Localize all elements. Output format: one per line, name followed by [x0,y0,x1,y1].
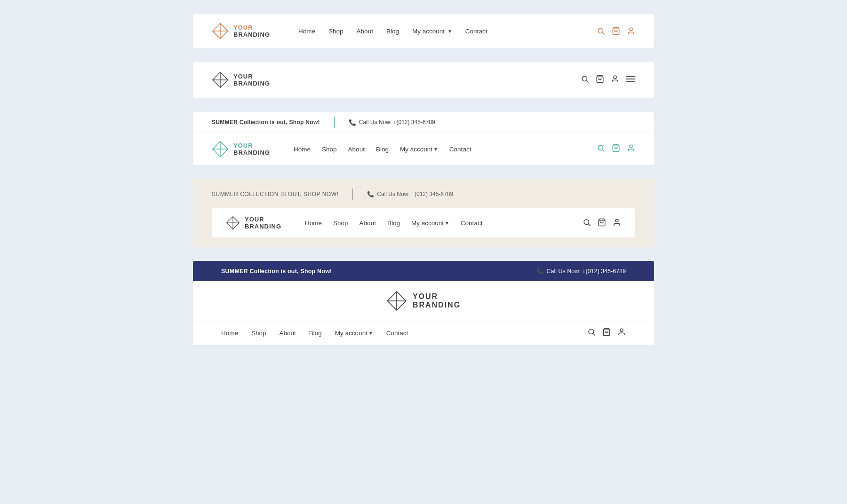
nav-home-1[interactable]: Home [298,28,315,35]
nav-home-5[interactable]: Home [221,330,238,337]
phone-4: 📞 Call Us Now: +(012) 345-6789 [367,191,453,197]
search-icon-4 [583,218,591,227]
logo-text-2: YOUR BRANDING [233,73,270,87]
navbar-4: YOUR BRANDING Home Shop About Blog My ac… [212,208,635,237]
account-button-1[interactable] [627,27,635,35]
nav-blog-3[interactable]: Blog [376,146,389,153]
phone-icon-5: 📞 [536,268,544,275]
nav-icons-3 [597,144,635,155]
nav-links-4: Home Shop About Blog My account ▼ Contac… [305,220,583,227]
cart-button-5[interactable] [602,328,611,339]
nav-wrapper-5: SUMMER Collection is out, Shop Now! 📞 Ca… [193,261,654,345]
cart-icon-5 [602,328,611,336]
nav-links-5: Home Shop About Blog My account ▼ Contac… [221,330,587,337]
svg-line-37 [593,333,595,335]
nav-contact-3[interactable]: Contact [449,146,471,153]
search-button-3[interactable] [597,144,605,155]
cart-button-3[interactable] [612,144,620,155]
cart-icon-3 [612,144,620,152]
nav-myaccount-1[interactable]: My account ▼ [412,28,452,35]
nav-contact-4[interactable]: Contact [461,220,483,227]
nav-links-3: Home Shop About Blog My account ▼ Contac… [294,146,597,153]
nav-shop-1[interactable]: Shop [328,28,344,35]
navbar-2: YOUR BRANDING [193,62,654,98]
account-button-5[interactable] [617,328,626,339]
search-button-2[interactable] [581,75,589,86]
logo-5[interactable]: YOUR BRANDING [386,291,461,311]
nav-about-3[interactable]: About [348,146,365,153]
nav-about-1[interactable]: About [357,28,373,35]
cart-button-4[interactable] [598,218,606,228]
logo-diamond-icon-3 [212,141,229,158]
nav-variant-4: SUMMER COLLECTION IS OUT, SHOP NOW! 📞 Ca… [193,179,654,247]
logo-row-5: YOUR BRANDING [193,281,654,321]
topbar-divider-3 [334,117,335,128]
menu-button-2[interactable] [626,75,635,86]
cart-button-2[interactable] [596,75,604,86]
svg-point-36 [589,329,594,334]
user-icon-1 [627,27,635,35]
nav-about-5[interactable]: About [280,330,296,337]
topbar-3: SUMMER Collection is out, Shop Now! 📞 Ca… [193,112,654,133]
nav-myaccount-4[interactable]: My account ▼ [411,220,449,227]
nav-blog-4[interactable]: Blog [387,220,400,227]
nav-shop-5[interactable]: Shop [251,330,266,337]
logo-1[interactable]: YOUR BRANDING [212,23,270,39]
svg-line-6 [602,32,604,34]
svg-point-29 [584,220,589,225]
cart-icon-1 [612,27,620,35]
navbar-5: Home Shop About Blog My account ▼ Contac… [193,321,654,345]
page-wrapper: YOUR BRANDING Home Shop About Blog My ac… [184,9,663,350]
nav-icons-2 [581,75,635,86]
logo-4[interactable]: YOUR BRANDING [226,216,281,230]
svg-point-5 [598,28,603,33]
navbar-3: YOUR BRANDING Home Shop About Blog My ac… [193,133,654,165]
promo-text-5: SUMMER Collection is out, Shop Now! [221,268,332,275]
search-icon-1 [597,27,605,35]
topbar-divider-4 [352,189,353,200]
nav-contact-5[interactable]: Contact [386,330,408,337]
logo-2[interactable]: YOUR BRANDING [212,71,270,88]
user-icon-5 [617,328,626,336]
nav-variant-5: SUMMER Collection is out, Shop Now! 📞 Ca… [193,261,654,345]
nav-wrapper-4: SUMMER COLLECTION IS OUT, SHOP NOW! 📞 Ca… [193,179,654,247]
user-icon-2 [611,75,619,83]
promo-text-3: SUMMER Collection is out, Shop Now! [212,119,320,126]
myaccount-chevron-1: ▼ [447,29,452,34]
nav-variant-2: YOUR BRANDING [193,62,654,98]
nav-wrapper-3: SUMMER Collection is out, Shop Now! 📞 Ca… [193,112,654,165]
search-button-1[interactable] [597,27,605,35]
nav-about-4[interactable]: About [360,220,376,227]
myaccount-chevron-3: ▼ [433,147,438,152]
nav-myaccount-5[interactable]: My account ▼ [335,330,373,337]
cart-button-1[interactable] [612,27,620,35]
phone-5: 📞 Call Us Now: +(012) 345-6789 [536,268,626,275]
nav-blog-5[interactable]: Blog [309,330,322,337]
svg-point-15 [614,76,616,79]
logo-text-1: YOUR BRANDING [233,24,270,38]
user-icon-3 [627,144,635,152]
account-button-4[interactable] [613,218,621,228]
account-button-3[interactable] [627,144,635,155]
logo-text-3: YOUR BRANDING [233,142,270,156]
phone-3: 📞 Call Us Now: +(012) 345-6789 [349,119,435,126]
search-button-4[interactable] [583,218,591,228]
svg-point-12 [582,76,587,81]
nav-myaccount-3[interactable]: My account ▼ [400,146,438,153]
nav-contact-1[interactable]: Contact [465,28,487,35]
search-button-5[interactable] [587,328,596,339]
logo-3[interactable]: YOUR BRANDING [212,141,270,158]
svg-point-39 [620,329,623,331]
cart-icon-2 [596,75,604,83]
logo-diamond-icon-5 [386,291,407,311]
logo-text-4: YOUR BRANDING [245,216,281,230]
account-button-2[interactable] [611,75,619,86]
nav-home-3[interactable]: Home [294,146,311,153]
nav-shop-4[interactable]: Shop [333,220,348,227]
navbar-1: YOUR BRANDING Home Shop About Blog My ac… [193,14,654,48]
nav-home-4[interactable]: Home [305,220,322,227]
nav-blog-1[interactable]: Blog [386,28,399,35]
logo-diamond-icon-1 [212,23,229,39]
promo-text-4: SUMMER COLLECTION IS OUT, SHOP NOW! [212,191,338,197]
nav-shop-3[interactable]: Shop [322,146,337,153]
